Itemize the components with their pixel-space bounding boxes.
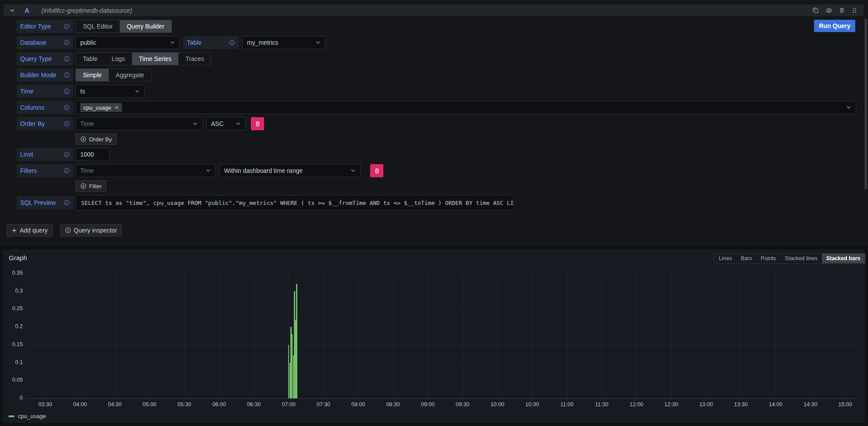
- delete-query-trash-icon[interactable]: [839, 7, 845, 13]
- plus-icon: [11, 228, 17, 233]
- order-by-label: Order By: [17, 117, 73, 130]
- time-label: Time: [17, 85, 73, 98]
- database-select[interactable]: public: [75, 36, 180, 49]
- sql-preview-text: SELECT ts as "time", cpu_usage FROM "pub…: [75, 195, 514, 211]
- filters-row: Filters Time Within dashboard time range: [0, 164, 868, 177]
- limit-input[interactable]: [75, 148, 110, 161]
- query-type-label: Query Type: [17, 52, 73, 65]
- duplicate-query-icon[interactable]: [812, 7, 819, 14]
- query-editor-section: A (info8fcc-greptimedb-datasource) Edito…: [0, 0, 868, 244]
- mode-tab-lines[interactable]: Lines: [714, 254, 736, 263]
- panel-title: Graph: [9, 254, 27, 261]
- columns-row: Columns cpu_usage: [0, 101, 868, 114]
- filters-label: Filters: [17, 164, 73, 177]
- add-query-button[interactable]: Add query: [7, 224, 53, 236]
- filter-field-select[interactable]: Time: [75, 164, 216, 177]
- mode-tab-points[interactable]: Points: [757, 254, 781, 263]
- info-icon[interactable]: [64, 151, 70, 158]
- plus-circle-icon: [80, 183, 86, 189]
- remove-filter-button[interactable]: [370, 164, 383, 177]
- graph-panel: [4, 250, 864, 422]
- remove-column-close-icon[interactable]: [114, 105, 119, 110]
- database-label: Database: [17, 36, 73, 49]
- editor-type-option-query-builder[interactable]: Query Builder: [120, 20, 171, 32]
- columns-label: Columns: [17, 101, 73, 114]
- collapse-query-icon[interactable]: [10, 8, 15, 13]
- chevron-down-icon: [193, 121, 198, 126]
- query-header-bar[interactable]: A (info8fcc-greptimedb-datasource): [4, 4, 864, 16]
- remove-order-by-button[interactable]: [251, 117, 264, 130]
- info-circle-icon: [65, 227, 71, 233]
- info-icon[interactable]: [64, 104, 70, 111]
- run-query-button[interactable]: Run Query: [814, 20, 855, 32]
- drag-handle-icon[interactable]: [851, 7, 857, 14]
- mode-tab-stacked-bars[interactable]: Stacked bars: [822, 254, 865, 263]
- chevron-down-icon: [170, 40, 175, 45]
- sql-preview-label: SQL Preview: [17, 196, 73, 209]
- filter-condition-select[interactable]: Within dashboard time range: [219, 164, 361, 177]
- query-header-actions: [812, 7, 857, 14]
- legend-label-cpu-usage[interactable]: cpu_usage: [18, 413, 46, 419]
- columns-multiselect[interactable]: cpu_usage: [75, 101, 856, 114]
- time-column-select[interactable]: ts: [75, 85, 145, 98]
- grafana-query-editor-page: A (info8fcc-greptimedb-datasource) Edito…: [0, 0, 868, 426]
- info-icon[interactable]: [229, 39, 235, 46]
- info-icon[interactable]: [64, 39, 70, 46]
- builder-mode-option-simple[interactable]: Simple: [76, 69, 109, 81]
- section-divider: [0, 244, 868, 244]
- chevron-down-icon: [846, 105, 851, 110]
- query-footer-row: Add query Query inspector: [0, 224, 868, 236]
- query-inspector-button[interactable]: Query inspector: [60, 224, 122, 236]
- chevron-down-icon: [135, 89, 140, 94]
- info-icon[interactable]: [64, 168, 70, 174]
- column-chip-cpu-usage[interactable]: cpu_usage: [80, 103, 122, 112]
- info-icon[interactable]: [64, 88, 70, 94]
- query-type-option-time-series[interactable]: Time Series: [132, 53, 179, 65]
- info-icon[interactable]: [64, 72, 70, 78]
- add-filter-row: Filter: [0, 180, 868, 192]
- page-scrollbar-thumb[interactable]: [864, 18, 867, 190]
- chevron-down-icon: [236, 121, 241, 126]
- query-type-row: Query Type Table Logs Time Series Traces: [0, 52, 868, 65]
- sql-preview-row: SQL Preview SELECT ts as "time", cpu_usa…: [0, 196, 868, 212]
- query-type-option-table[interactable]: Table: [76, 53, 104, 65]
- editor-type-switch: SQL Editor Query Builder: [75, 20, 172, 33]
- editor-type-row: Editor Type SQL Editor Query Builder Run…: [0, 20, 868, 33]
- info-icon[interactable]: [64, 121, 70, 127]
- add-order-by-button[interactable]: Order By: [75, 133, 117, 145]
- editor-type-option-sql-editor[interactable]: SQL Editor: [76, 20, 120, 32]
- query-type-switch: Table Logs Time Series Traces: [75, 52, 211, 65]
- table-label: Table: [183, 36, 239, 49]
- chevron-down-icon: [315, 40, 321, 45]
- builder-mode-label: Builder Mode: [17, 68, 73, 82]
- trash-icon: [255, 121, 261, 127]
- builder-mode-option-aggregate[interactable]: Aggregate: [109, 69, 151, 81]
- order-by-field-select[interactable]: Time: [75, 117, 203, 130]
- query-type-option-logs[interactable]: Logs: [104, 53, 132, 65]
- query-type-option-traces[interactable]: Traces: [179, 53, 211, 65]
- order-by-row: Order By Time ASC: [0, 117, 868, 130]
- chevron-down-icon: [350, 168, 356, 173]
- time-row: Time ts: [0, 85, 868, 98]
- add-filter-button[interactable]: Filter: [75, 180, 107, 192]
- builder-mode-row: Builder Mode Simple Aggregate: [0, 68, 868, 82]
- info-icon[interactable]: [64, 200, 70, 206]
- limit-row: Limit: [0, 148, 868, 161]
- order-by-direction-select[interactable]: ASC: [206, 117, 246, 130]
- query-ref-id: A: [25, 7, 29, 14]
- table-select[interactable]: my_metrics: [242, 36, 325, 49]
- editor-type-label: Editor Type: [17, 20, 73, 33]
- add-order-by-row: Order By: [0, 133, 868, 145]
- chevron-down-icon: [206, 168, 211, 173]
- toggle-visibility-eye-icon[interactable]: [825, 7, 832, 14]
- info-icon[interactable]: [64, 23, 70, 29]
- limit-label: Limit: [17, 148, 73, 161]
- datasource-name: (info8fcc-greptimedb-datasource): [42, 7, 132, 14]
- plus-circle-icon: [80, 136, 86, 142]
- info-icon[interactable]: [64, 56, 70, 62]
- mode-tab-bars[interactable]: Bars: [736, 254, 757, 263]
- database-row: Database public Table my_metrics: [0, 36, 868, 49]
- trash-icon: [374, 168, 380, 174]
- mode-tab-stacked-lines[interactable]: Stacked lines: [780, 254, 822, 263]
- display-mode-tabs: Lines Bars Points Stacked lines Stacked …: [714, 253, 865, 264]
